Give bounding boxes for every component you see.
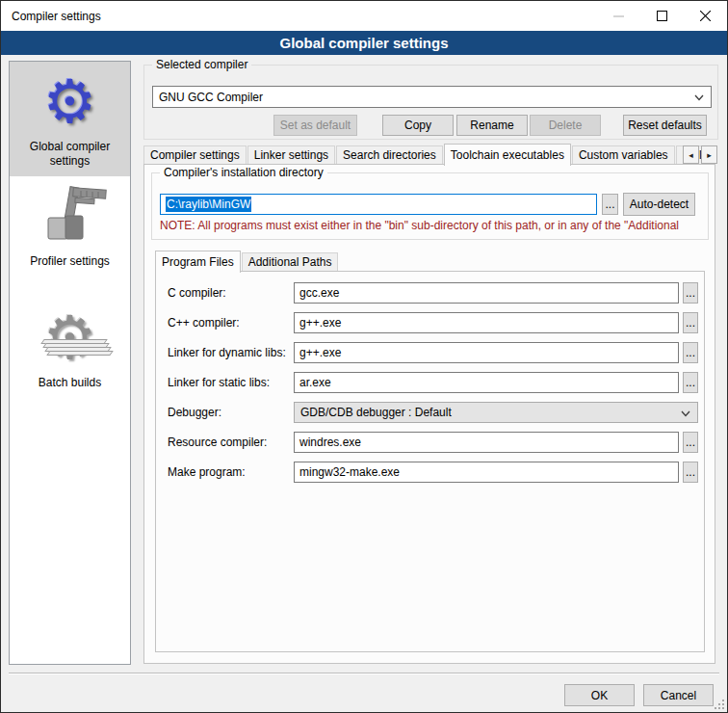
sidebar-item-label: Profiler settings [13, 254, 126, 269]
field-value: g++.exe [299, 316, 341, 330]
rename-label: Rename [470, 119, 513, 132]
dynamic-linker-browse-button[interactable]: ... [683, 342, 698, 363]
tab-linker-settings[interactable]: Linker settings [247, 145, 335, 165]
title-bar[interactable]: Compiler settings [1, 1, 727, 31]
minimize-button[interactable] [597, 1, 640, 31]
resource-compiler-browse-button[interactable]: ... [683, 432, 698, 453]
reset-defaults-button[interactable]: Reset defaults [623, 115, 707, 136]
field-value: ar.exe [299, 376, 331, 389]
installation-directory-group: Compiler's installation directory C:\ray… [151, 172, 709, 240]
ellipsis-icon: ... [686, 436, 695, 449]
field-row-dynamic-linker: Linker for dynamic libs: g++.exe ... [168, 342, 696, 363]
compiler-settings-dialog: Compiler settings Global compiler settin… [0, 0, 728, 713]
tab-program-files[interactable]: Program Files [155, 251, 241, 273]
field-label: Linker for static libs: [168, 376, 270, 389]
footer-separator [9, 673, 719, 674]
field-label: C++ compiler: [168, 316, 240, 330]
bin-subdirectory-note: NOTE: All programs must exist either in … [160, 219, 706, 232]
field-row-static-linker: Linker for static libs: ar.exe ... [168, 372, 696, 393]
tab-compiler-settings[interactable]: Compiler settings [143, 145, 247, 165]
field-value: windres.exe [299, 436, 361, 449]
settings-tabstrip: Compiler settings Linker settings Search… [143, 143, 713, 165]
sidebar-item-profiler-settings[interactable]: Profiler settings [10, 176, 130, 277]
debugger-select[interactable]: GDB/CDB debugger : Default [294, 402, 698, 423]
field-row-debugger: Debugger: GDB/CDB debugger : Default [168, 402, 696, 423]
window-title: Compiler settings [1, 10, 101, 23]
minimize-icon [613, 11, 624, 21]
make-program-browse-button[interactable]: ... [683, 462, 698, 483]
delete-label: Delete [549, 119, 583, 132]
ok-label: OK [591, 689, 608, 702]
compiler-select[interactable]: GNU GCC Compiler [152, 86, 712, 108]
cancel-label: Cancel [661, 689, 696, 702]
installation-directory-value: C:\raylib\MinGW [166, 197, 251, 212]
field-label: C compiler: [168, 286, 226, 300]
selected-compiler-group-label: Selected compiler [152, 58, 251, 71]
ellipsis-icon: ... [686, 346, 695, 359]
cpp-compiler-input[interactable]: g++.exe [294, 312, 679, 333]
c-compiler-input[interactable]: gcc.exe [294, 282, 679, 304]
ellipsis-icon: ... [686, 316, 695, 330]
ok-button[interactable]: OK [564, 684, 635, 706]
reset-defaults-label: Reset defaults [628, 119, 702, 132]
field-label: Linker for dynamic libs: [168, 346, 286, 359]
compiler-select-value: GNU GCC Compiler [159, 91, 263, 104]
close-button[interactable] [684, 1, 727, 31]
resize-grip[interactable] [715, 700, 724, 709]
close-icon [700, 11, 711, 21]
settings-category-list: ⚙ Global compiler settings [9, 61, 131, 665]
ellipsis-icon: ... [605, 198, 614, 211]
batch-builds-icon: ⚙ [13, 306, 126, 370]
dynamic-linker-input[interactable]: g++.exe [294, 342, 679, 363]
tab-scrollers: ◂ ▸ [683, 145, 717, 164]
tab-search-directories[interactable]: Search directories [336, 145, 443, 165]
maximize-icon [657, 11, 667, 21]
field-row-c-compiler: C compiler: gcc.exe ... [168, 282, 696, 304]
maximize-button[interactable] [640, 1, 684, 31]
tab-custom-variables[interactable]: Custom variables [572, 145, 675, 165]
program-files-page: C compiler: gcc.exe ... C++ compiler: g+… [155, 271, 705, 652]
cpp-compiler-browse-button[interactable]: ... [683, 312, 698, 333]
tab-toolchain-executables[interactable]: Toolchain executables [444, 144, 571, 166]
make-program-input[interactable]: mingw32-make.exe [294, 462, 679, 483]
field-label: Debugger: [168, 406, 221, 419]
static-linker-browse-button[interactable]: ... [683, 372, 698, 393]
sidebar-item-batch-builds[interactable]: ⚙ Batch builds [10, 298, 130, 398]
static-linker-input[interactable]: ar.exe [294, 372, 679, 393]
copy-button[interactable]: Copy [382, 115, 454, 136]
programs-tabstrip: Program Files Additional Paths [155, 250, 339, 272]
field-value: GDB/CDB debugger : Default [300, 406, 452, 419]
copy-label: Copy [404, 119, 431, 132]
field-row-cpp-compiler: C++ compiler: g++.exe ... [168, 312, 696, 333]
field-value: mingw32-make.exe [299, 465, 400, 479]
resource-compiler-input[interactable]: windres.exe [294, 432, 679, 453]
sidebar-item-label: Batch builds [13, 376, 126, 390]
ellipsis-icon: ... [686, 286, 695, 300]
delete-button: Delete [530, 115, 601, 136]
toolchain-executables-page: Compiler's installation directory C:\ray… [143, 164, 715, 664]
selected-compiler-group: Selected compiler GNU GCC Compiler Set a… [143, 65, 718, 140]
sidebar-item-label: Global compiler settings [13, 140, 126, 169]
tab-additional-paths[interactable]: Additional Paths [242, 252, 339, 272]
set-as-default-label: Set as default [280, 119, 351, 132]
page-title: Global compiler settings [1, 31, 727, 55]
field-value: gcc.exe [299, 286, 339, 300]
chevron-down-icon [694, 94, 704, 101]
field-row-make-program: Make program: mingw32-make.exe ... [168, 462, 696, 483]
set-as-default-button: Set as default [273, 115, 357, 136]
ellipsis-icon: ... [686, 376, 695, 389]
tab-scroll-left-button[interactable]: ◂ [683, 145, 699, 164]
rename-button[interactable]: Rename [456, 115, 528, 136]
field-label: Resource compiler: [168, 436, 267, 449]
auto-detect-button[interactable]: Auto-detect [623, 193, 695, 216]
c-compiler-browse-button[interactable]: ... [683, 282, 698, 304]
field-row-resource-compiler: Resource compiler: windres.exe ... [168, 432, 696, 453]
caliper-icon [13, 185, 126, 249]
sidebar-item-global-compiler-settings[interactable]: ⚙ Global compiler settings [10, 62, 130, 176]
blue-gear-icon: ⚙ [13, 70, 126, 134]
auto-detect-label: Auto-detect [630, 198, 689, 211]
installation-directory-browse-button[interactable]: ... [602, 194, 618, 215]
tab-scroll-right-button[interactable]: ▸ [701, 145, 717, 164]
cancel-button[interactable]: Cancel [643, 684, 714, 706]
installation-directory-input[interactable]: C:\raylib\MinGW [160, 194, 597, 215]
